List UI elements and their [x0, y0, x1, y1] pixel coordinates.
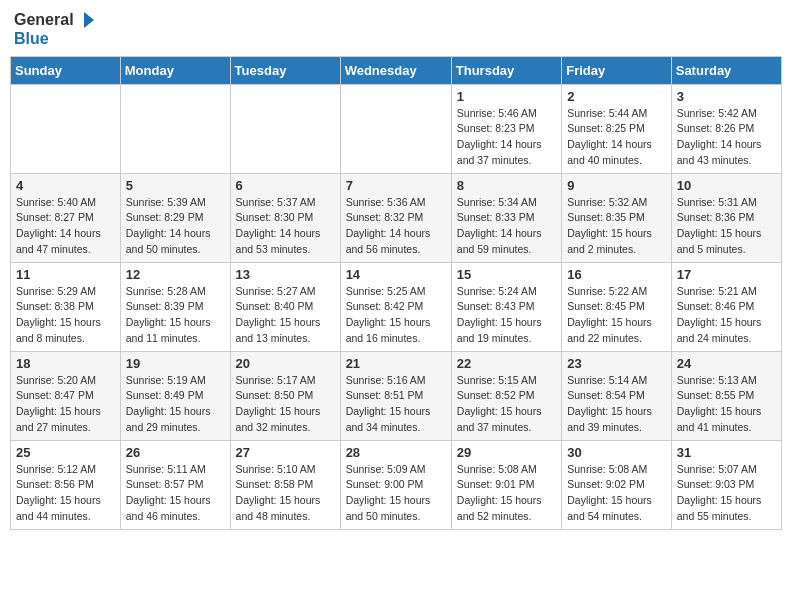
calendar-cell: 4Sunrise: 5:40 AMSunset: 8:27 PMDaylight…	[11, 173, 121, 262]
day-info: Sunrise: 5:15 AMSunset: 8:52 PMDaylight:…	[457, 373, 556, 436]
day-info: Sunrise: 5:21 AMSunset: 8:46 PMDaylight:…	[677, 284, 776, 347]
day-number: 23	[567, 356, 666, 371]
day-number: 16	[567, 267, 666, 282]
calendar-cell: 8Sunrise: 5:34 AMSunset: 8:33 PMDaylight…	[451, 173, 561, 262]
logo-text-blue: Blue	[14, 30, 96, 48]
weekday-header-friday: Friday	[562, 56, 672, 84]
calendar-cell	[230, 84, 340, 173]
day-number: 18	[16, 356, 115, 371]
day-number: 5	[126, 178, 225, 193]
day-number: 25	[16, 445, 115, 460]
day-info: Sunrise: 5:09 AMSunset: 9:00 PMDaylight:…	[346, 462, 446, 525]
day-info: Sunrise: 5:08 AMSunset: 9:01 PMDaylight:…	[457, 462, 556, 525]
day-number: 27	[236, 445, 335, 460]
calendar-cell: 25Sunrise: 5:12 AMSunset: 8:56 PMDayligh…	[11, 440, 121, 529]
logo: General Blue	[14, 10, 96, 48]
day-number: 4	[16, 178, 115, 193]
day-number: 24	[677, 356, 776, 371]
day-number: 22	[457, 356, 556, 371]
calendar-week-row: 11Sunrise: 5:29 AMSunset: 8:38 PMDayligh…	[11, 262, 782, 351]
weekday-header-tuesday: Tuesday	[230, 56, 340, 84]
day-number: 1	[457, 89, 556, 104]
day-info: Sunrise: 5:10 AMSunset: 8:58 PMDaylight:…	[236, 462, 335, 525]
day-info: Sunrise: 5:19 AMSunset: 8:49 PMDaylight:…	[126, 373, 225, 436]
calendar-cell: 20Sunrise: 5:17 AMSunset: 8:50 PMDayligh…	[230, 351, 340, 440]
calendar-cell: 17Sunrise: 5:21 AMSunset: 8:46 PMDayligh…	[671, 262, 781, 351]
day-number: 30	[567, 445, 666, 460]
calendar-cell: 30Sunrise: 5:08 AMSunset: 9:02 PMDayligh…	[562, 440, 672, 529]
logo-text-general: General	[14, 11, 74, 29]
day-number: 11	[16, 267, 115, 282]
calendar-week-row: 4Sunrise: 5:40 AMSunset: 8:27 PMDaylight…	[11, 173, 782, 262]
calendar-cell: 22Sunrise: 5:15 AMSunset: 8:52 PMDayligh…	[451, 351, 561, 440]
calendar-cell: 5Sunrise: 5:39 AMSunset: 8:29 PMDaylight…	[120, 173, 230, 262]
day-number: 2	[567, 89, 666, 104]
calendar-cell: 3Sunrise: 5:42 AMSunset: 8:26 PMDaylight…	[671, 84, 781, 173]
day-info: Sunrise: 5:40 AMSunset: 8:27 PMDaylight:…	[16, 195, 115, 258]
calendar-cell: 13Sunrise: 5:27 AMSunset: 8:40 PMDayligh…	[230, 262, 340, 351]
calendar-cell: 21Sunrise: 5:16 AMSunset: 8:51 PMDayligh…	[340, 351, 451, 440]
weekday-header-sunday: Sunday	[11, 56, 121, 84]
day-number: 3	[677, 89, 776, 104]
day-number: 9	[567, 178, 666, 193]
calendar-cell: 6Sunrise: 5:37 AMSunset: 8:30 PMDaylight…	[230, 173, 340, 262]
day-info: Sunrise: 5:16 AMSunset: 8:51 PMDaylight:…	[346, 373, 446, 436]
day-number: 12	[126, 267, 225, 282]
calendar-cell: 16Sunrise: 5:22 AMSunset: 8:45 PMDayligh…	[562, 262, 672, 351]
day-info: Sunrise: 5:39 AMSunset: 8:29 PMDaylight:…	[126, 195, 225, 258]
day-number: 15	[457, 267, 556, 282]
calendar-cell: 14Sunrise: 5:25 AMSunset: 8:42 PMDayligh…	[340, 262, 451, 351]
day-info: Sunrise: 5:07 AMSunset: 9:03 PMDaylight:…	[677, 462, 776, 525]
day-number: 6	[236, 178, 335, 193]
weekday-header-thursday: Thursday	[451, 56, 561, 84]
calendar-cell: 26Sunrise: 5:11 AMSunset: 8:57 PMDayligh…	[120, 440, 230, 529]
day-info: Sunrise: 5:37 AMSunset: 8:30 PMDaylight:…	[236, 195, 335, 258]
calendar-cell: 2Sunrise: 5:44 AMSunset: 8:25 PMDaylight…	[562, 84, 672, 173]
day-number: 29	[457, 445, 556, 460]
calendar-cell	[11, 84, 121, 173]
calendar-cell: 23Sunrise: 5:14 AMSunset: 8:54 PMDayligh…	[562, 351, 672, 440]
calendar-cell	[340, 84, 451, 173]
day-info: Sunrise: 5:14 AMSunset: 8:54 PMDaylight:…	[567, 373, 666, 436]
day-number: 19	[126, 356, 225, 371]
day-info: Sunrise: 5:32 AMSunset: 8:35 PMDaylight:…	[567, 195, 666, 258]
calendar-cell: 10Sunrise: 5:31 AMSunset: 8:36 PMDayligh…	[671, 173, 781, 262]
day-info: Sunrise: 5:08 AMSunset: 9:02 PMDaylight:…	[567, 462, 666, 525]
calendar-cell: 27Sunrise: 5:10 AMSunset: 8:58 PMDayligh…	[230, 440, 340, 529]
calendar-cell: 28Sunrise: 5:09 AMSunset: 9:00 PMDayligh…	[340, 440, 451, 529]
day-number: 17	[677, 267, 776, 282]
calendar-week-row: 1Sunrise: 5:46 AMSunset: 8:23 PMDaylight…	[11, 84, 782, 173]
day-info: Sunrise: 5:29 AMSunset: 8:38 PMDaylight:…	[16, 284, 115, 347]
calendar-cell: 24Sunrise: 5:13 AMSunset: 8:55 PMDayligh…	[671, 351, 781, 440]
logo-container: General Blue	[14, 10, 96, 48]
day-number: 14	[346, 267, 446, 282]
day-number: 26	[126, 445, 225, 460]
calendar-cell: 11Sunrise: 5:29 AMSunset: 8:38 PMDayligh…	[11, 262, 121, 351]
day-info: Sunrise: 5:44 AMSunset: 8:25 PMDaylight:…	[567, 106, 666, 169]
day-info: Sunrise: 5:42 AMSunset: 8:26 PMDaylight:…	[677, 106, 776, 169]
calendar-cell	[120, 84, 230, 173]
day-number: 10	[677, 178, 776, 193]
day-info: Sunrise: 5:36 AMSunset: 8:32 PMDaylight:…	[346, 195, 446, 258]
calendar-cell: 19Sunrise: 5:19 AMSunset: 8:49 PMDayligh…	[120, 351, 230, 440]
day-number: 20	[236, 356, 335, 371]
calendar-table: SundayMondayTuesdayWednesdayThursdayFrid…	[10, 56, 782, 530]
day-info: Sunrise: 5:20 AMSunset: 8:47 PMDaylight:…	[16, 373, 115, 436]
day-info: Sunrise: 5:46 AMSunset: 8:23 PMDaylight:…	[457, 106, 556, 169]
weekday-header-monday: Monday	[120, 56, 230, 84]
day-info: Sunrise: 5:25 AMSunset: 8:42 PMDaylight:…	[346, 284, 446, 347]
logo-arrow-icon	[76, 10, 96, 30]
day-number: 28	[346, 445, 446, 460]
day-info: Sunrise: 5:12 AMSunset: 8:56 PMDaylight:…	[16, 462, 115, 525]
day-number: 7	[346, 178, 446, 193]
calendar-cell: 1Sunrise: 5:46 AMSunset: 8:23 PMDaylight…	[451, 84, 561, 173]
day-info: Sunrise: 5:13 AMSunset: 8:55 PMDaylight:…	[677, 373, 776, 436]
weekday-header-wednesday: Wednesday	[340, 56, 451, 84]
day-number: 8	[457, 178, 556, 193]
day-info: Sunrise: 5:34 AMSunset: 8:33 PMDaylight:…	[457, 195, 556, 258]
day-info: Sunrise: 5:28 AMSunset: 8:39 PMDaylight:…	[126, 284, 225, 347]
calendar-cell: 7Sunrise: 5:36 AMSunset: 8:32 PMDaylight…	[340, 173, 451, 262]
calendar-cell: 12Sunrise: 5:28 AMSunset: 8:39 PMDayligh…	[120, 262, 230, 351]
weekday-header-saturday: Saturday	[671, 56, 781, 84]
day-info: Sunrise: 5:17 AMSunset: 8:50 PMDaylight:…	[236, 373, 335, 436]
